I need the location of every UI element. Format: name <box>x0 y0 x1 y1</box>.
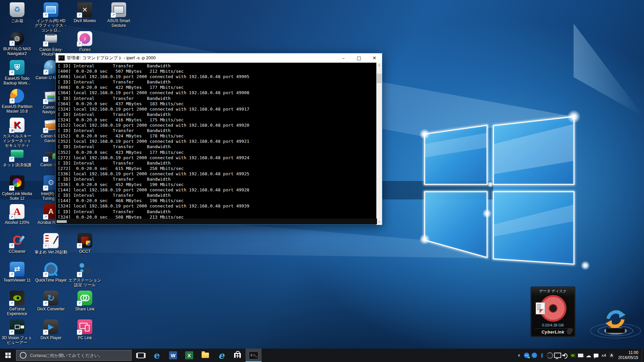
shortcut-arrow-icon: ↗ <box>43 329 48 335</box>
desktop-icon-itunes[interactable]: ↗ iTunes <box>68 31 101 52</box>
scroll-down-icon[interactable]: ˅ <box>376 219 382 225</box>
xtu-tray-icon[interactable]: xA <box>600 349 608 362</box>
three-d-vision-icon: ↗ <box>10 319 24 334</box>
minimize-button[interactable]: – <box>336 53 351 63</box>
desktop-icon-airstation[interactable]: ↗ エアステーション設定 ツール <box>68 262 101 287</box>
desktop-icon-fudemame[interactable]: ↗ 筆まめ Ver.26起動 <box>35 233 67 254</box>
desktop-icon-pclink[interactable]: ↗ PC Link <box>68 319 101 340</box>
window-title: 管理者: コマンドプロンプト - iperf -s -p 2000 <box>67 55 156 61</box>
desktop-icon-geforce[interactable]: ↗ GeForce Experience <box>1 291 34 316</box>
taskbar-clock[interactable]: 11:00 2016/05/15 <box>618 350 638 360</box>
edge-button[interactable]: e <box>149 349 165 362</box>
start-button[interactable] <box>0 349 16 362</box>
volume-icon[interactable] <box>561 349 569 362</box>
console-line: [ ID] Interval Transfer Bandwidth <box>58 112 377 117</box>
search-input[interactable] <box>29 353 124 358</box>
intel-tray: ∴ <box>532 353 537 358</box>
gadget-title: データ ディスク <box>531 289 575 294</box>
desktop-icon-asus-gesture[interactable]: ↗ ASUS Smart Gesture <box>102 2 135 28</box>
hscrollbar-thumb[interactable] <box>57 220 67 223</box>
internet-explorer-button[interactable]: e <box>213 349 229 362</box>
shortcut-arrow-icon: ↗ <box>9 272 14 277</box>
window-titlebar[interactable]: C:\ 管理者: コマンドプロンプト - iperf -s -p 2000 – … <box>56 53 382 63</box>
store-button[interactable] <box>229 349 246 362</box>
desktop-icon-label: PC Link <box>68 336 101 340</box>
desktop-icon-intel-hd[interactable]: ↗ インテル(R) HD グラフィックス・コントロ... <box>35 2 67 33</box>
explorer-button[interactable] <box>197 349 213 362</box>
shortcut-arrow-icon: ↗ <box>9 41 15 46</box>
horizontal-scrollbar[interactable] <box>56 219 377 224</box>
onedrive-icon[interactable]: ☁ <box>585 349 592 362</box>
scrollbar-thumb[interactable] <box>377 74 382 83</box>
desktop-icon-divx-player[interactable]: ▶↗ DivX Player <box>35 319 67 340</box>
desktop-icon-alcohol[interactable]: A↗ Alcohol 120% <box>1 204 34 225</box>
desktop-icon-ccleaner[interactable]: C↗ CCleaner <box>1 233 34 254</box>
command-prompt-button[interactable]: C:\_ <box>246 349 262 362</box>
net-tray <box>554 353 561 358</box>
console-line: [364] local 192.168.0.19 port 2000 conne… <box>58 90 377 96</box>
desktop-icon-recycle-bin[interactable]: ♻ ごみ箱 <box>1 2 34 23</box>
intel-hd-icon: ↗ <box>44 2 58 17</box>
desktop-icon-easeus-partition[interactable]: ↗ EaseUS Partition Master 10.8 <box>1 89 34 114</box>
shortcut-arrow-icon: ↗ <box>9 301 14 306</box>
desktop-icon-kaspersky[interactable]: K↗ カスペルスキー インターネット セキュリティ <box>1 118 34 148</box>
data-disc-icon <box>540 295 567 322</box>
console-line: [400] 0.0-20.0 sec 507 MBytes 212 Mbits/… <box>58 69 377 74</box>
console-line: [152] local 192.168.0.19 port 2000 conne… <box>58 123 377 128</box>
desktop-icon-cyberlink-suite[interactable]: ↗ CyberLink Media Suite 12 <box>1 175 34 201</box>
desktop-icon-easeus-todo[interactable]: ⛨↗ EaseUS Todo Backup Work... <box>1 60 34 85</box>
alcohol-icon: A↗ <box>10 204 24 219</box>
desktop-icon-occt[interactable]: ↗ OCCT <box>68 233 101 254</box>
printer-tray-icon[interactable] <box>577 349 585 362</box>
shortcut-arrow-icon: ↗ <box>77 243 82 248</box>
desktop-icon-label: QuickTime Player <box>35 278 67 283</box>
desktop-icon-buffalo-nas[interactable]: ◍↗ BUFFALO NAS Navigator2 <box>1 31 34 56</box>
maximize-button[interactable]: □ <box>351 53 367 63</box>
shortcut-arrow-icon: ↗ <box>43 214 48 220</box>
asus-tray-icon[interactable] <box>546 349 554 362</box>
desktop-icon-quicktime[interactable]: ↗ QuickTime Player <box>35 262 67 283</box>
desktop-icon-3d-vision[interactable]: ↗ 3D Vision フォト ビューアー <box>1 319 34 345</box>
excel-button[interactable]: X <box>181 349 197 362</box>
ac-tray <box>594 354 598 357</box>
nvidia-tray-icon[interactable] <box>569 349 577 362</box>
word-icon: W <box>169 351 177 359</box>
shortcut-arrow-icon: ↗ <box>9 98 15 104</box>
desktop-icon-safe-money[interactable]: ↗ ネット決済保護 <box>1 146 34 167</box>
show-desktop-button[interactable] <box>642 349 644 362</box>
desktop-icon-teamviewer[interactable]: ⇄↗ TeamViewer 11 <box>1 262 34 283</box>
desktop-icon-label: DivX Player <box>35 336 67 340</box>
desktop-icon-label: OCCT <box>68 249 101 254</box>
bluetooth-icon[interactable]: ᛒ <box>538 349 546 362</box>
scroll-up-icon[interactable]: ˄ <box>376 63 382 68</box>
teamviewer-tray-icon[interactable]: «» <box>523 349 531 362</box>
vertical-scrollbar[interactable]: ˄ ˅ <box>376 63 382 225</box>
desktop-icon-label: エアステーション設定 ツール <box>68 278 101 287</box>
intel-tray-icon[interactable]: ∴ <box>531 349 538 362</box>
console-line: [352] local 192.168.0.19 port 2000 conne… <box>58 139 377 144</box>
console-line: [272] 0.0-20.0 sec 615 MBytes 258 Mbits/… <box>58 166 377 171</box>
prn-tray <box>578 354 583 357</box>
desktop-icon-divx-movies[interactable]: ✕↗ DivX Movies <box>68 2 101 23</box>
chevron-up-icon[interactable]: ∧ <box>515 349 523 362</box>
desktop-icon-divx-converter[interactable]: ↻↗ DivX Converter <box>35 291 67 311</box>
console-output[interactable]: [ ID] Interval Transfer Bandwidth[400] 0… <box>56 63 377 219</box>
command-prompt-window: C:\ 管理者: コマンドプロンプト - iperf -s -p 2000 – … <box>55 53 382 225</box>
cortana-search-box[interactable] <box>16 350 131 361</box>
shortcut-arrow-icon: ↗ <box>43 272 48 277</box>
desktop-icon-label: インテル(R) HD グラフィックス・コントロ... <box>35 18 67 33</box>
close-button[interactable]: ✕ <box>367 53 382 63</box>
cyberlink-disc-gadget[interactable]: データ ディスク 0.02/4.38 GB CyberLink <box>531 287 575 337</box>
taskbar-buttons: eWXeC:\_ <box>133 349 262 362</box>
action-center-icon[interactable] <box>592 349 600 362</box>
shortcut-arrow-icon: ↗ <box>43 99 48 104</box>
network-icon[interactable] <box>554 349 561 362</box>
chevron-up-icon: ∧ <box>518 353 521 358</box>
sync-dock-widget[interactable] <box>589 300 642 343</box>
occt-icon: ↗ <box>77 233 92 248</box>
word-button[interactable]: W <box>165 349 181 362</box>
adobe-tray-icon[interactable]: A <box>608 349 615 362</box>
desktop-icon-sharelink[interactable]: ↗ Share Link <box>68 291 101 311</box>
nv-tray <box>570 353 576 358</box>
task-view-button[interactable] <box>133 349 149 362</box>
